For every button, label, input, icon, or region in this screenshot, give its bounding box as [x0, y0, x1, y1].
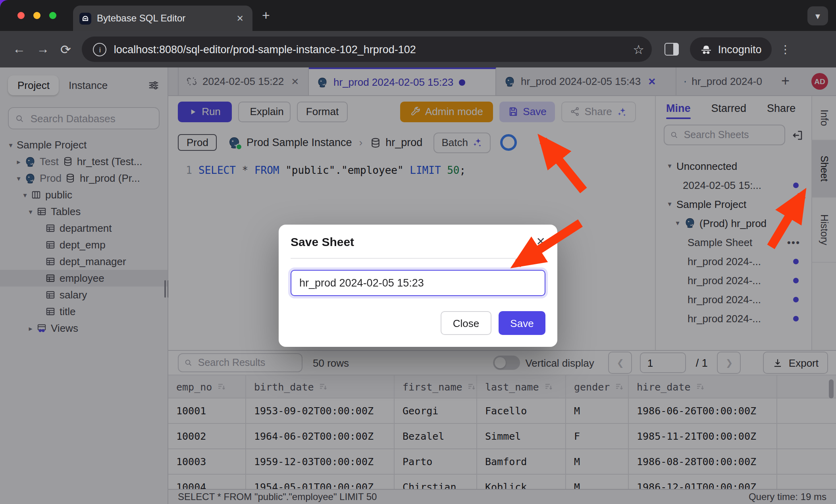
incognito-label: Incognito — [718, 43, 762, 55]
save-sheet-modal: Save Sheet ✕ Close Save — [279, 225, 557, 347]
browser-menu-icon[interactable]: ⋮ — [780, 43, 791, 56]
bytebase-favicon-icon — [79, 12, 91, 24]
url-text[interactable]: localhost:8080/sql-editor/prod-sample-in… — [114, 43, 633, 55]
modal-header: Save Sheet ✕ — [291, 225, 545, 258]
tab-close-icon[interactable]: ✕ — [234, 13, 246, 23]
modal-save-button[interactable]: Save — [499, 311, 545, 335]
reload-icon[interactable]: ⟳ — [60, 42, 71, 57]
modal-close-button[interactable]: Close — [441, 311, 491, 335]
site-info-icon[interactable]: i — [93, 42, 107, 56]
browser-window: Bytebase SQL Editor ✕ + ▼ ← → ⟳ i localh… — [0, 0, 836, 504]
back-icon[interactable]: ← — [13, 42, 25, 56]
window-zoom-button[interactable] — [49, 12, 56, 19]
window-minimize-button[interactable] — [33, 12, 40, 19]
tab-search-chevron-button[interactable]: ▼ — [807, 6, 828, 25]
bytebase-app: Project Instance ▾ Sample Project ▸ Test — [0, 67, 836, 504]
modal-divider — [291, 258, 545, 259]
browser-tab-strip: Bytebase SQL Editor ✕ + ▼ — [0, 0, 836, 31]
side-panel-icon[interactable] — [665, 43, 679, 56]
sheet-name-input[interactable] — [291, 270, 545, 296]
modal-close-icon[interactable]: ✕ — [536, 235, 545, 248]
browser-chrome: Bytebase SQL Editor ✕ + ▼ ← → ⟳ i localh… — [0, 0, 836, 67]
browser-tab-title: Bytebase SQL Editor — [97, 13, 234, 24]
modal-buttons: Close Save — [291, 311, 545, 335]
incognito-badge: Incognito — [690, 37, 772, 61]
incognito-icon — [701, 43, 713, 55]
address-bar[interactable]: i localhost:8080/sql-editor/prod-sample-… — [82, 37, 652, 62]
browser-toolbar: ← → ⟳ i localhost:8080/sql-editor/prod-s… — [0, 31, 836, 67]
browser-tab[interactable]: Bytebase SQL Editor ✕ — [73, 6, 252, 31]
forward-icon[interactable]: → — [37, 42, 49, 56]
screenshot-stage: Bytebase SQL Editor ✕ + ▼ ← → ⟳ i localh… — [0, 0, 836, 504]
bookmark-star-icon[interactable]: ☆ — [633, 42, 644, 57]
new-tab-button[interactable]: + — [262, 9, 270, 22]
modal-title: Save Sheet — [291, 235, 354, 248]
window-close-button[interactable] — [17, 12, 25, 19]
